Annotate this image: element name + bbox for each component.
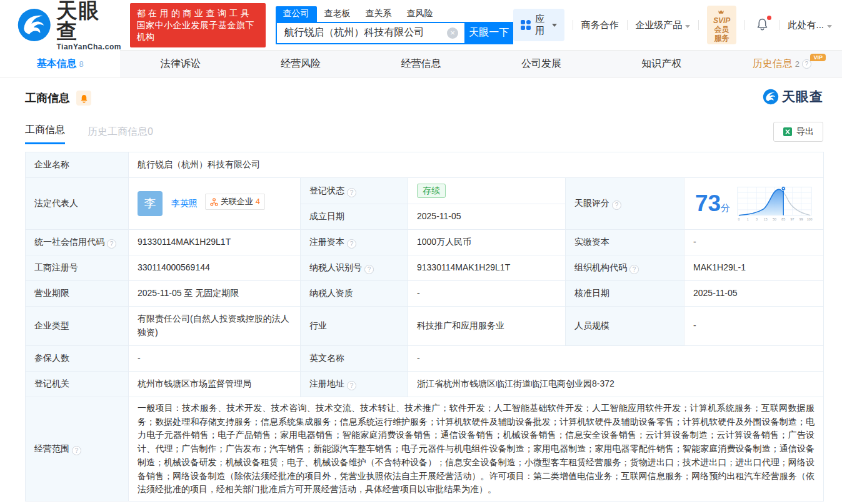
company-name-value: 航行锐启（杭州）科技有限公司	[129, 152, 824, 178]
tianyancha-logo[interactable]: 天眼查 TianYanCha.com	[17, 0, 121, 51]
score-value: 73	[695, 190, 721, 216]
chevron-down-icon	[685, 25, 690, 28]
search-tab-risk[interactable]: 查风险	[399, 6, 441, 22]
apps-label: 应用	[535, 13, 544, 37]
tab-operating-risk[interactable]: 经营风险	[241, 51, 361, 77]
search-tab-company[interactable]: 查公司	[276, 6, 317, 22]
top-right-nav: 应用 商务合作 企业级产品 SVIP 会员服务 此处有...	[513, 6, 832, 44]
field-label: 英文名称	[301, 346, 408, 372]
search-button[interactable]: 天眼一下	[464, 22, 513, 44]
notifications-button[interactable]	[756, 17, 769, 32]
tab-history-info[interactable]: VIP 历史信息2	[722, 51, 842, 77]
taxpayer-id-value: 91330114MAK1H29L1T	[408, 255, 566, 281]
related-companies-badge[interactable]: 关联企业 4	[205, 194, 265, 210]
reg-address-value: 浙江省杭州市钱塘区临江街道临江电商创业园8-372	[408, 372, 824, 397]
search-tab-relation[interactable]: 查关系	[358, 6, 399, 22]
divider	[779, 20, 780, 30]
crown-icon	[718, 9, 724, 14]
status-badge: 存续	[417, 184, 446, 198]
svip-member-button[interactable]: SVIP 会员服务	[707, 6, 736, 44]
svg-text:3: 3	[756, 217, 758, 221]
svg-text:0: 0	[738, 217, 740, 221]
approval-date-value: 2025-11-05	[684, 281, 824, 307]
user-menu[interactable]: 此处有...	[788, 19, 832, 31]
field-label: 纳税人识别号	[301, 255, 408, 281]
subscribe-bell-button[interactable]	[76, 91, 91, 106]
paid-capital-value: -	[684, 230, 824, 255]
subtab-business-info[interactable]: 工商信息	[25, 124, 65, 144]
chevron-down-icon	[827, 25, 832, 28]
field-label: 纳税人资质	[301, 281, 408, 307]
establish-date-value: 2025-11-05	[408, 204, 566, 230]
promo-line-2: 国家中小企业发展子基金旗下机构	[136, 19, 259, 43]
help-icon[interactable]	[347, 381, 356, 390]
clear-search-icon[interactable]	[447, 27, 458, 39]
org-code-value: MAK1H29L-1	[684, 255, 824, 281]
chevron-down-icon	[552, 24, 557, 27]
svg-text:50: 50	[773, 217, 776, 221]
field-label: 行业	[301, 307, 408, 346]
help-icon[interactable]	[107, 239, 116, 249]
business-scope-value: 一般项目：技术服务、技术开发、技术咨询、技术交流、技术转让、技术推广；软件开发；…	[129, 397, 824, 502]
help-icon[interactable]	[364, 265, 374, 274]
field-label: 企业名称	[26, 152, 129, 178]
help-icon[interactable]	[347, 239, 356, 249]
org-chart-icon	[210, 198, 218, 206]
field-label: 注册地址	[301, 372, 408, 397]
legal-rep-cell: 李 李英照 关联企业 4	[129, 178, 301, 230]
help-icon[interactable]	[72, 446, 81, 455]
svg-text:100: 100	[807, 217, 813, 221]
score-distribution-chart: 0 1 3 15 50 85 97 99 100	[736, 184, 813, 224]
search-tabs: 查公司 查老板 查关系 查风险	[276, 6, 514, 22]
field-label: 人员规模	[566, 307, 684, 346]
divider	[573, 20, 573, 30]
tab-business-info[interactable]: 经营信息	[361, 51, 481, 77]
help-icon[interactable]	[629, 265, 639, 274]
company-detail-tabs: 基本信息8 法律诉讼 经营风险 经营信息 公司发展 知识产权 VIP 历史信息2	[0, 50, 842, 78]
svg-text:1: 1	[747, 217, 749, 221]
excel-icon	[783, 127, 793, 137]
promo-line-1: 都在用的商业查询工具	[136, 7, 259, 19]
svg-text:85: 85	[781, 217, 785, 221]
bell-icon	[756, 17, 769, 31]
field-label: 统一社会信用代码	[26, 230, 129, 255]
field-label: 营业期限	[26, 281, 129, 307]
help-icon[interactable]	[612, 200, 621, 210]
tianyancha-swirl-icon	[763, 89, 779, 105]
field-label: 工商注册号	[26, 255, 129, 281]
divider	[698, 20, 699, 30]
field-label: 注册资本	[301, 230, 408, 255]
insured-count-value: -	[129, 346, 301, 372]
divider	[627, 20, 628, 30]
help-icon[interactable]	[347, 188, 356, 197]
top-header: 天眼查 TianYanCha.com 都在用的商业查询工具 国家中小企业发展子基…	[0, 0, 842, 50]
nav-cooperation[interactable]: 商务合作	[581, 19, 619, 31]
tab-company-development[interactable]: 公司发展	[481, 51, 601, 77]
field-label: 组织机构代码	[566, 255, 684, 281]
export-button[interactable]: 导出	[773, 122, 823, 142]
divider	[744, 20, 745, 30]
staff-size-value: -	[684, 307, 824, 346]
subtab-history-business-info[interactable]: 历史工商信息0	[88, 126, 153, 144]
tianyancha-watermark: 天眼查	[763, 88, 823, 106]
bell-icon	[79, 94, 89, 103]
nav-enterprise-products[interactable]: 企业级产品	[635, 19, 690, 31]
business-term-value: 2025-11-05 至 无固定期限	[129, 281, 301, 307]
legal-rep-name-link[interactable]: 李英照	[171, 198, 198, 208]
field-label: 登记状态	[301, 178, 408, 204]
notification-dot	[767, 16, 771, 20]
legal-rep-avatar[interactable]: 李	[138, 191, 163, 216]
brand-domain: TianYanCha.com	[56, 43, 121, 51]
search-input[interactable]	[276, 22, 465, 44]
section-title: 工商信息	[25, 91, 70, 106]
tab-intellectual-property[interactable]: 知识产权	[601, 51, 721, 77]
tab-legal-proceedings[interactable]: 法律诉讼	[120, 51, 240, 77]
tab-basic-info[interactable]: 基本信息8	[0, 50, 120, 77]
taxpayer-quality-value: -	[408, 281, 566, 307]
brand-name: 天眼查	[56, 0, 121, 41]
apps-menu-button[interactable]: 应用	[513, 9, 564, 41]
field-label: 核准日期	[566, 281, 684, 307]
search-tab-boss[interactable]: 查老板	[317, 6, 358, 22]
search-area: 查公司 查老板 查关系 查风险 天眼一下	[276, 6, 514, 44]
credit-code-value: 91330114MAK1H29L1T	[129, 230, 301, 255]
